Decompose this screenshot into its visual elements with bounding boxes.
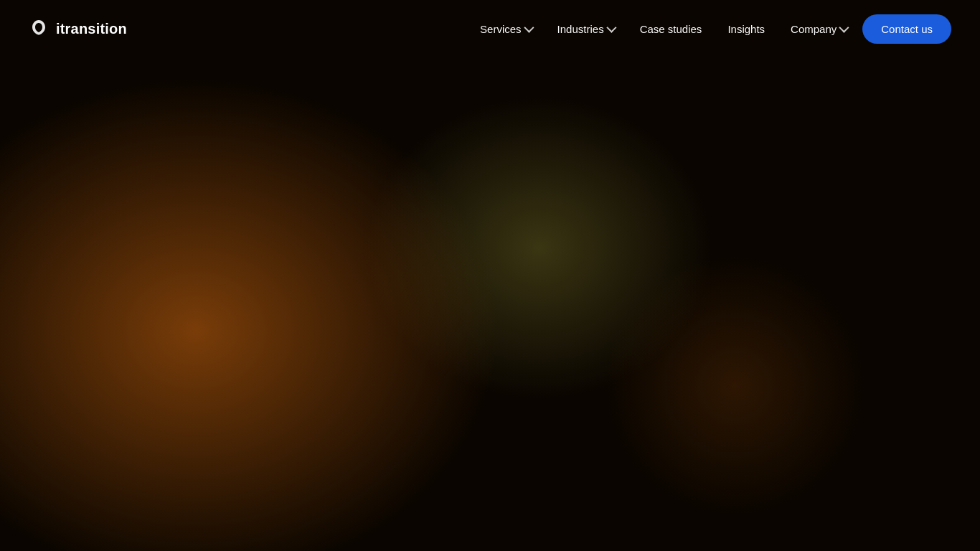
nav-item-insights[interactable]: Insights: [717, 17, 775, 41]
chevron-down-icon: [606, 23, 616, 33]
contact-us-button[interactable]: Contact us: [862, 14, 951, 44]
logo-text: itransition: [56, 21, 127, 37]
chevron-down-icon: [524, 23, 534, 33]
main-nav: itransition Services Industries Case stu…: [0, 0, 980, 57]
logo-link[interactable]: itransition: [29, 19, 127, 39]
nav-item-services[interactable]: Services: [470, 17, 542, 41]
chevron-down-icon: [839, 23, 849, 33]
nav-links: Services Industries Case studies Insight…: [470, 14, 951, 44]
itransition-logo-icon: [29, 19, 49, 39]
nav-item-company[interactable]: Company: [781, 17, 857, 41]
hero-background: [0, 0, 980, 551]
nav-item-industries[interactable]: Industries: [547, 17, 624, 41]
nav-item-case-studies[interactable]: Case studies: [630, 17, 712, 41]
